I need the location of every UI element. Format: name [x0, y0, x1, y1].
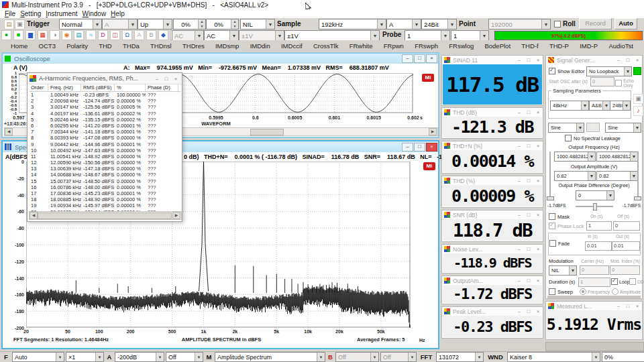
loop-checkbox[interactable]: Loop: [611, 278, 630, 285]
maximize-button[interactable]: □: [524, 143, 533, 149]
menu-item-window[interactable]: Window: [83, 10, 107, 17]
fade-in-input[interactable]: 0.01: [585, 241, 612, 251]
tab-frwhite[interactable]: FRwhite: [350, 42, 373, 50]
modulation-select[interactable]: NIL▼: [549, 265, 577, 276]
generator-run-indicator[interactable]: [633, 67, 641, 75]
trigger-edge-select[interactable]: Up▼: [138, 19, 172, 29]
maximize-button[interactable]: □: [414, 54, 425, 63]
meter-titlebar[interactable]: Noise Lev...–□×: [442, 245, 543, 253]
oscilloscope-icon[interactable]: ▆: [25, 30, 36, 40]
spinner-arrows[interactable]: ▲▼: [231, 19, 238, 29]
stop-icon[interactable]: ■: [13, 30, 23, 40]
minimize-button[interactable]: –: [614, 303, 623, 309]
trigger-source-select[interactable]: A▼: [102, 19, 138, 29]
maximize-button[interactable]: □: [524, 109, 533, 115]
show-editor-checkbox[interactable]: Show Editor: [549, 68, 584, 74]
slider-thumb[interactable]: [593, 203, 597, 210]
range-floor-b-select[interactable]: Off▼: [335, 352, 379, 362]
table-row[interactable]: 1515.00737 kHz-148.50 dBFS0.00000 %???: [29, 178, 180, 184]
minimize-button[interactable]: –: [515, 57, 524, 63]
derived-data-curve-icon[interactable]: ≈: [86, 30, 96, 40]
menu-item-help[interactable]: Help: [111, 10, 125, 17]
gen-sample-rate-select[interactable]: 48kHz▼: [550, 101, 589, 111]
minimize-button[interactable]: –: [152, 76, 162, 82]
spinner-arrows[interactable]: ▲▼: [198, 19, 205, 29]
table-row[interactable]: 1414.00688 kHz-148.67 dBFS0.00000 %???: [29, 172, 180, 178]
amplitude-a-select[interactable]: 0.82▼: [554, 171, 596, 181]
close-button[interactable]: ×: [533, 278, 543, 284]
settings-icon[interactable]: ◆: [158, 30, 168, 40]
maximize-button[interactable]: □: [524, 246, 533, 252]
range-floor-a-select[interactable]: -200dB▼: [115, 352, 164, 362]
dds-checkbox[interactable]: DDS: [629, 278, 644, 285]
frequency-axis-select[interactable]: Auto▼: [12, 352, 64, 362]
tab-imdsmp[interactable]: IMDsmp: [215, 42, 239, 50]
mask-off-input[interactable]: 0: [613, 221, 640, 231]
tab-imdccif[interactable]: IMDccif: [281, 42, 303, 50]
trigger-level-spinner[interactable]: 0%▲▼: [173, 19, 206, 29]
close-button[interactable]: ×: [171, 76, 180, 82]
frequency-a-select[interactable]: 1000.4882812▼: [554, 152, 596, 162]
view-mode-select[interactable]: Amplitude Spectrum▼: [215, 352, 325, 362]
scroll-thumb[interactable]: [38, 213, 172, 219]
table-row[interactable]: 1616.00786 kHz-148.00 dBFS0.00000 %???: [29, 184, 180, 190]
maximize-button[interactable]: □: [414, 143, 425, 152]
tab-crosstlk[interactable]: CrossTlk: [313, 42, 338, 50]
table-row[interactable]: 1313.00639 kHz-147.18 dBFS0.00000 %???: [29, 166, 180, 172]
save-file-icon[interactable]: ▣: [15, 19, 25, 29]
auto-button[interactable]: Auto: [614, 18, 637, 29]
tab-polarity[interactable]: Polarity: [66, 42, 88, 50]
phase-lock-checkbox[interactable]: Phase Lock: [549, 223, 584, 229]
roll-checkbox[interactable]: Roll: [554, 20, 576, 27]
meter-titlebar[interactable]: THD (%)–□×: [442, 176, 543, 185]
scroll-left-arrow[interactable]: ◀: [5, 128, 13, 135]
menu-item-file[interactable]: File: [5, 10, 15, 17]
measured-level-titlebar[interactable]: Measured L... – □ ×: [546, 302, 642, 310]
echo-only-checkbox[interactable]: Echo Only: [615, 78, 642, 88]
close-button[interactable]: ×: [533, 308, 543, 314]
table-row[interactable]: 1111.00541 kHz-148.92 dBFS0.00000 %???: [29, 154, 180, 160]
maximize-button[interactable]: □: [162, 76, 171, 82]
meter-titlebar[interactable]: THD (dB)–□×: [442, 108, 543, 117]
sample-bits-select[interactable]: 24Bit▼: [421, 19, 457, 29]
meter-titlebar[interactable]: Peak Level...–□×: [442, 307, 543, 316]
dialog-h-scrollbar[interactable]: ◀ ▶: [29, 211, 182, 220]
points-select[interactable]: 192000▼: [488, 19, 551, 29]
gen-bits-select[interactable]: 24Bit▼: [610, 101, 631, 111]
trigger-hpf-select[interactable]: NIL▼: [240, 19, 275, 29]
table-row[interactable]: 44.00197 kHz-136.61 dBFS0.00002 %???: [29, 111, 180, 117]
close-button[interactable]: ×: [633, 303, 642, 309]
probe-b-select[interactable]: 1▼: [451, 30, 489, 41]
phase-difference-select[interactable]: 0▼: [576, 190, 614, 200]
minimize-button[interactable]: –: [515, 109, 524, 115]
table-row[interactable]: 99.00442 kHz-144.96 dBFS0.00001 %???: [29, 141, 180, 147]
maximize-button[interactable]: □: [524, 57, 533, 63]
tab-thd-f[interactable]: THD-f: [521, 42, 538, 50]
minimize-button[interactable]: –: [515, 278, 524, 284]
loopback-select[interactable]: No Loopback▼: [586, 66, 632, 76]
tab-imd-p[interactable]: IMD-P: [580, 42, 598, 50]
tab-bodeplot[interactable]: BodePlot: [484, 42, 511, 50]
probe-a-select[interactable]: 1▼: [405, 30, 450, 41]
minimize-button[interactable]: –: [515, 143, 524, 149]
tab-thdnsl[interactable]: THDnsl: [150, 42, 172, 50]
range-a-select[interactable]: ±1V▼: [239, 30, 284, 41]
calibration-b-icon[interactable]: B: [146, 30, 156, 40]
minimize-button[interactable]: –: [515, 212, 524, 218]
oscilloscope-titlebar[interactable]: Oscilloscope – □ ×: [3, 54, 438, 64]
close-button[interactable]: ×: [533, 109, 543, 115]
sweep-checkbox[interactable]: Sweep: [549, 288, 573, 295]
compensation-a-select[interactable]: Off▼: [166, 352, 203, 362]
tab-home[interactable]: Home: [11, 42, 28, 50]
mask-checkbox[interactable]: Mask: [549, 213, 570, 220]
table-row[interactable]: 66.00295 kHz-141.20 dBFS0.00001 %???: [29, 123, 180, 129]
minimize-button[interactable]: –: [515, 246, 524, 252]
data-logger-icon[interactable]: ▤: [74, 30, 84, 40]
meter-titlebar[interactable]: THD+N (%)–□×: [442, 141, 543, 150]
calibration-a-icon[interactable]: A: [134, 30, 144, 40]
sweep-amplitude-radio[interactable]: Amplitude: [612, 288, 641, 295]
fade-checkbox[interactable]: Fade: [549, 240, 570, 247]
fade-out-input[interactable]: 0.01: [612, 241, 640, 251]
multimeter-icon[interactable]: ◑: [50, 30, 60, 40]
tab-frpwn[interactable]: FRpwn: [384, 42, 404, 50]
